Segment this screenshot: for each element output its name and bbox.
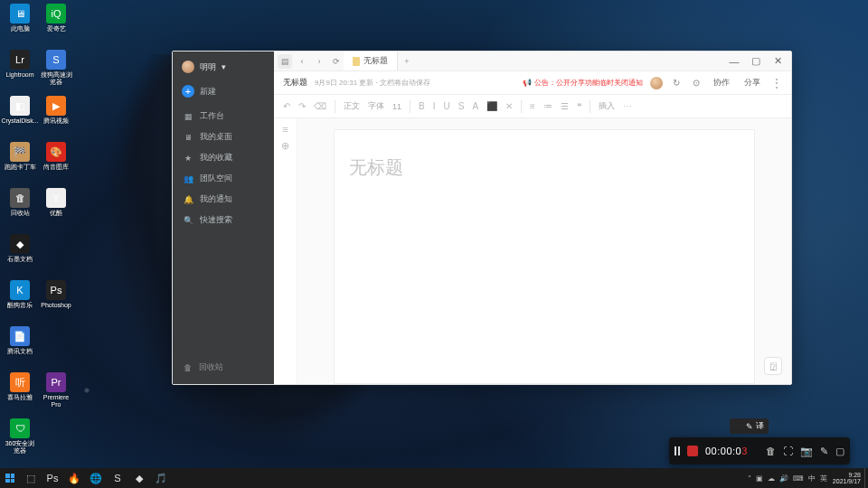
undo-button[interactable]: ↶ [283, 101, 290, 111]
desktop-icon[interactable]: 🖥此电脑 [4, 4, 36, 49]
desktop-icon[interactable]: iQ爱奇艺 [40, 4, 72, 49]
close-button[interactable]: ✕ [768, 53, 788, 70]
bullet-list-button[interactable]: ☰ [561, 101, 569, 111]
sidebar-toggle-button[interactable]: ▤ [278, 54, 292, 69]
window-controls: — ▢ ✕ [724, 53, 788, 70]
nav-back-button[interactable]: ‹ [295, 54, 309, 69]
toolbar-more-button[interactable]: ⋯ [623, 101, 632, 111]
desktop-icon[interactable]: LrLightroom [4, 50, 36, 95]
bold-button[interactable]: B [419, 101, 425, 111]
screen-recorder-bar[interactable]: 00:00:03 🗑 ⛶ 📷 ✎ ▢ [669, 437, 850, 465]
taskbar-app[interactable]: 🌐 [85, 468, 107, 488]
ordered-list-button[interactable]: ≔ [543, 101, 552, 111]
clear-format-button[interactable]: ✕ [505, 101, 513, 111]
taskbar-app[interactable]: 🔥 [63, 468, 85, 488]
highlight-button[interactable]: ⬛ [486, 101, 497, 111]
minimize-button[interactable]: — [724, 53, 744, 70]
sidebar-new[interactable]: + 新建 [173, 80, 274, 102]
sidebar-item[interactable]: 🔔我的通知 [173, 189, 274, 210]
maximize-button[interactable]: ▢ [746, 53, 766, 70]
collab-button[interactable]: 协作 [710, 75, 733, 90]
sidebar-trash[interactable]: 🗑 回收站 [173, 356, 274, 379]
recorder-delete-icon[interactable]: 🗑 [766, 446, 776, 457]
refresh-button[interactable]: ⟳ [329, 54, 344, 69]
redo-button[interactable]: ↷ [298, 101, 306, 111]
app-icon: ◧ [10, 96, 30, 116]
quote-button[interactable]: ❝ [577, 101, 581, 111]
tray-icon[interactable]: 中 [808, 474, 816, 483]
translator-popup[interactable]: ✎ 译 [730, 418, 769, 434]
desktop-icon[interactable]: 🏁跑跑卡丁车 [4, 142, 36, 187]
italic-button[interactable]: I [433, 101, 436, 111]
desktop-icon[interactable]: S搜狗高速浏览器 [40, 50, 72, 95]
desktop-icon[interactable]: Y优酷 [40, 188, 72, 233]
insert-menu[interactable]: 插入 [599, 100, 615, 112]
icon-label: 喜马拉雅 [7, 394, 33, 401]
announcement-banner[interactable]: 📢 公告：公开分享功能临时关闭通知 [523, 78, 643, 88]
sidebar-item[interactable]: 🖥我的桌面 [173, 127, 274, 147]
desktop-icon[interactable]: 🛡360安全浏览器 [4, 418, 36, 464]
taskbar-app[interactable]: ⬚ [20, 468, 42, 488]
paragraph-style-select[interactable]: 正文 [344, 100, 360, 112]
recorder-pen-icon[interactable]: ✎ [820, 446, 828, 457]
doc-title[interactable]: 无标题 [283, 77, 307, 89]
sidebar-item[interactable]: 👥团队空间 [173, 168, 274, 189]
stop-record-button[interactable] [687, 446, 698, 456]
recorder-camera-icon[interactable]: 📷 [800, 446, 813, 457]
underline-button[interactable]: U [443, 101, 449, 111]
taskbar-clock[interactable]: 9:28 2021/9/17 [829, 472, 864, 484]
align-button[interactable]: ≡ [530, 101, 535, 111]
taskbar-app[interactable]: Ps [42, 468, 63, 488]
font-size-select[interactable]: 11 [392, 102, 401, 111]
new-tab-button[interactable]: + [398, 57, 416, 66]
show-desktop-button[interactable] [864, 468, 868, 488]
desktop-icon[interactable]: ◧CrystalDisk... [4, 96, 36, 141]
desktop-icon[interactable]: 📄腾讯文档 [4, 326, 36, 371]
comments-toggle-button[interactable]: ⊕ [281, 140, 289, 152]
sidebar-item[interactable]: ★我的收藏 [173, 147, 274, 168]
font-family-select[interactable]: 字体 [368, 100, 384, 112]
document-canvas[interactable]: 无标题 [334, 129, 755, 384]
outline-toggle-button[interactable]: ≡ [282, 124, 288, 135]
start-button[interactable] [0, 468, 20, 488]
tray-icon[interactable]: ⌨ [793, 474, 804, 483]
pause-button[interactable] [675, 446, 680, 455]
recorder-settings-icon[interactable]: ▢ [835, 446, 844, 457]
app-icon: 听 [10, 372, 30, 392]
desktop-icon[interactable]: PsPhotoshop [40, 280, 72, 325]
desktop-icon[interactable]: PrPremiere Pro [40, 372, 72, 418]
clock-icon[interactable]: ⊙ [690, 78, 703, 88]
desktop-icon[interactable]: 🎨尚音图库 [40, 142, 72, 187]
app-icon: K [10, 280, 30, 300]
icon-label: 爱奇艺 [47, 25, 66, 33]
history-icon[interactable]: ↻ [670, 78, 683, 88]
app-icon: ▶ [46, 96, 66, 116]
sidebar-item[interactable]: ▦工作台 [173, 106, 274, 127]
format-painter-button[interactable]: ⌫ [314, 101, 326, 111]
tray-icon[interactable]: 🔊 [779, 474, 788, 483]
recorder-fullscreen-icon[interactable]: ⛶ [783, 446, 793, 457]
taskbar-app[interactable]: ◆ [128, 468, 150, 488]
strike-button[interactable]: S [458, 101, 465, 111]
share-button[interactable]: 分享 [741, 75, 764, 90]
sidebar-user[interactable]: 明明 ▾ [173, 57, 274, 80]
desktop-icon[interactable]: ◆石墨文档 [4, 234, 36, 279]
tab-untitled[interactable]: 无标题 [344, 52, 398, 70]
taskbar: ⬚Ps🔥🌐S◆🎵 ˄▣☁🔊⌨中英 9:28 2021/9/17 [0, 468, 868, 488]
text-color-button[interactable]: A [472, 101, 478, 111]
collaborator-avatar[interactable] [650, 77, 663, 89]
tray-icon[interactable]: 英 [820, 474, 827, 483]
taskbar-app[interactable]: S [107, 468, 128, 488]
sidebar-item[interactable]: 🔍快速搜索 [173, 210, 274, 230]
desktop-icon[interactable]: 听喜马拉雅 [4, 372, 36, 418]
tray-icon[interactable]: ▣ [756, 474, 763, 483]
more-menu-button[interactable]: ⋮ [771, 77, 782, 89]
tray-icon[interactable]: ☁ [768, 474, 775, 483]
nav-forward-button[interactable]: › [312, 54, 326, 69]
help-fab-button[interactable]: ⍰ [764, 357, 782, 375]
desktop-icon[interactable]: K酷狗音乐 [4, 280, 36, 325]
tray-icon[interactable]: ˄ [748, 474, 751, 483]
desktop-icon[interactable]: ▶腾讯视频 [40, 96, 72, 141]
taskbar-app[interactable]: 🎵 [150, 468, 172, 488]
desktop-icon[interactable]: 🗑回收站 [4, 188, 36, 233]
